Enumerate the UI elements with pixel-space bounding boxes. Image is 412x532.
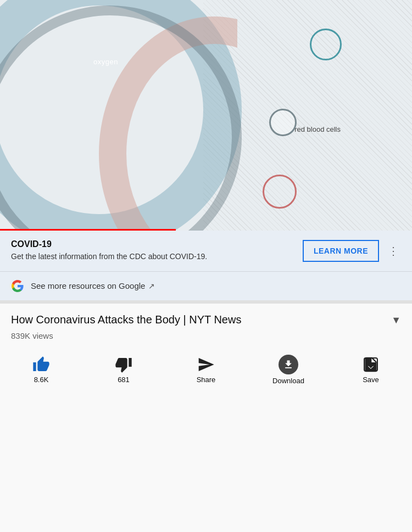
save-button[interactable]: Save [352,356,390,384]
share-icon [197,356,215,373]
video-title: How Coronavirus Attacks the Body | NYT N… [11,312,385,327]
dislike-count: 681 [118,376,130,384]
rbc-label: red blood cells [294,125,341,133]
video-info-section: How Coronavirus Attacks the Body | NYT N… [0,304,412,346]
learn-more-button[interactable]: LEARN MORE [303,240,379,262]
thumbs-up-icon [32,356,50,373]
google-resources-link[interactable]: See more resources on Google [31,281,145,290]
external-link-icon: ↗ [148,282,155,290]
google-g-icon [11,279,24,293]
covid-title: COVID-19 [11,239,296,249]
chevron-down-icon[interactable]: ▼ [391,315,401,326]
download-button[interactable]: Download [269,355,308,385]
view-count: 839K views [11,331,401,340]
circle-grey [269,109,297,136]
share-label: Share [197,376,216,384]
video-thumbnail[interactable]: oxygen red blood cells [0,0,412,231]
save-icon [362,356,380,373]
oxygen-label: oxygen [93,58,118,66]
circle-salmon [263,175,297,209]
circle-teal [310,29,342,60]
save-label: Save [363,376,379,384]
actions-row: 8.6K 681 Share Download [0,346,412,390]
covid-banner: COVID-19 Get the latest information from… [0,231,412,272]
like-button[interactable]: 8.6K [22,356,60,384]
download-icon [279,355,298,374]
covid-description: Get the latest information from the CDC … [11,251,296,262]
google-resources-bar[interactable]: See more resources on Google ↗ [0,272,412,304]
dislike-button[interactable]: 681 [104,356,143,384]
covid-text-block: COVID-19 Get the latest information from… [11,239,296,262]
more-options-button[interactable]: ⋮ [386,242,401,260]
video-title-row: How Coronavirus Attacks the Body | NYT N… [11,312,401,327]
like-count: 8.6K [34,376,49,384]
download-label: Download [272,377,304,385]
video-progress-bar [0,229,176,231]
share-button[interactable]: Share [187,356,225,384]
thumbs-down-icon [115,356,132,373]
